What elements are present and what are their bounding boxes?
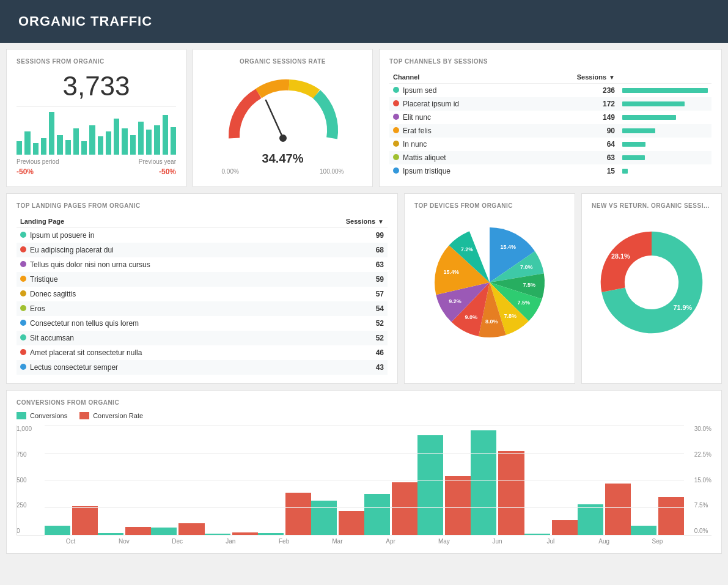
session-bar [114, 119, 119, 155]
x-month-label: Dec [151, 538, 204, 545]
channel-inline-bar [622, 88, 708, 93]
y-right-label: 15.0% [694, 477, 711, 484]
x-month-label: May [417, 538, 471, 545]
conv-bar-conversions [471, 430, 496, 535]
conv-bar-conversions [524, 534, 550, 535]
landing-page-name: Eu adipiscing placerat dui [17, 243, 295, 257]
svg-text:7.5%: 7.5% [517, 300, 530, 306]
header: ORGANIC TRAFFIC [0, 0, 728, 43]
landing-sessions: 68 [295, 243, 388, 257]
channel-inline-bar [622, 155, 645, 160]
return-donut-chart: 71.9%28.1% [592, 215, 711, 350]
landing-page-name: Sit accumsan [17, 331, 295, 345]
x-month-label: Nov [97, 538, 150, 545]
conv-legend-item: Conversions [17, 412, 67, 419]
x-month-label: Jul [524, 538, 577, 545]
channels-table: Channel Sessions ▼ Ipsum sed 236 [389, 71, 711, 178]
sort-icon: ▼ [609, 74, 615, 81]
bar-col-header [619, 71, 711, 84]
session-bar [163, 115, 168, 155]
landing-dot [20, 349, 26, 355]
channel-sessions: 236 [531, 84, 619, 98]
x-month-label: Jan [204, 538, 257, 545]
conv-month-group [151, 523, 204, 535]
svg-text:8.0%: 8.0% [485, 318, 498, 325]
channel-dot [393, 141, 399, 147]
conv-bar-conversions [258, 533, 284, 535]
landing-page-name: Eros [17, 301, 295, 316]
channel-dot [393, 167, 399, 174]
conv-month-group [524, 520, 578, 535]
svg-text:15.4%: 15.4% [500, 244, 516, 250]
conversions-card-title: CONVERSIONS FROM ORGANIC [17, 399, 711, 406]
conv-bar-rate [125, 527, 151, 535]
sessions-value: 3,733 [17, 71, 176, 101]
landing-page-name: Tellus quis dolor nisi non urna cursus [17, 257, 295, 272]
landing-row: Amet placerat sit consectetur nulla 46 [17, 345, 388, 360]
y-right-label: 7.5% [694, 502, 711, 509]
channel-inline-bar [622, 101, 685, 106]
landing-row: Tellus quis dolor nisi non urna cursus 6… [17, 257, 388, 272]
channel-name: Placerat ipsum id [389, 97, 531, 111]
conv-legend-label: Conversions [30, 412, 67, 419]
session-bar [138, 122, 144, 155]
conv-legend-box-green [17, 412, 26, 419]
conv-bar-rate [339, 511, 364, 535]
y-right-label: 30.0% [694, 425, 711, 432]
session-bar [81, 141, 87, 155]
channel-inline-bar [622, 142, 645, 147]
devices-card: TOP DEVICES FROM ORGANIC 15.4%7.0%7.5%7.… [404, 193, 575, 384]
conv-bar-rate [445, 476, 471, 535]
change-right: -50% [159, 167, 176, 176]
landing-sessions: 59 [295, 272, 388, 287]
channel-name: In nunc [389, 138, 531, 151]
gauge-labels: 0.00% 100.00% [222, 168, 344, 175]
channel-bar-cell [619, 138, 711, 151]
conv-month-group [45, 506, 98, 535]
sessions-col-header[interactable]: Sessions ▼ [531, 71, 619, 84]
svg-text:15.4%: 15.4% [443, 269, 459, 275]
channel-sessions: 63 [531, 151, 619, 164]
landing-sessions-col-header[interactable]: Sessions ▼ [295, 215, 388, 228]
grid-line [45, 453, 684, 454]
channel-dot [393, 127, 399, 133]
sessions-card-title: SESSIONS FROM ORGANIC [17, 58, 176, 65]
conv-bars-container [17, 425, 711, 535]
channel-sessions: 172 [531, 97, 619, 111]
channels-card-title: TOP CHANNELS BY SESSIONS [389, 58, 711, 65]
channel-bar-cell [619, 124, 711, 138]
channel-name: Ipsum sed [389, 84, 531, 98]
channel-sessions: 90 [531, 124, 619, 138]
y-axis-right: 0.0%7.5%15.0%22.5%30.0% [694, 425, 711, 535]
change-left: -50% [17, 167, 34, 176]
landing-sessions: 46 [295, 345, 388, 360]
landing-row: Consectetur non tellus quis lorem 52 [17, 316, 388, 331]
conv-month-group [578, 484, 631, 535]
svg-text:71.9%: 71.9% [673, 304, 692, 311]
landing-row: Eros 54 [17, 301, 388, 316]
landing-row: Ipsum ut posuere in 99 [17, 228, 388, 243]
conversions-chart-area: 02505007501,000 0.0%7.5%15.0%22.5%30.0% … [17, 425, 711, 545]
y-right-label: 0.0% [694, 528, 711, 534]
session-bar [154, 125, 160, 155]
landing-card-title: TOP LANDING PAGES FROM ORGANIC [17, 202, 388, 209]
conv-bar-rate [72, 506, 98, 535]
session-bar [171, 127, 176, 155]
x-month-label: Jun [471, 538, 524, 545]
landing-page-name: Ipsum ut posuere in [17, 228, 295, 243]
session-bar [130, 135, 136, 155]
landing-page-name: Amet placerat sit consectetur nulla [17, 345, 295, 360]
channel-row: Mattis aliquet 63 [389, 151, 711, 164]
channel-sessions: 15 [531, 164, 619, 178]
landing-dot [20, 290, 26, 296]
conv-bar-rate [605, 484, 631, 535]
svg-text:28.1%: 28.1% [611, 252, 630, 260]
channel-bar-cell [619, 111, 711, 124]
landing-dot [20, 364, 26, 370]
landing-sessions: 52 [295, 331, 388, 345]
conv-month-group [417, 435, 471, 535]
period-right-label: Previous year [139, 158, 176, 165]
svg-point-1 [279, 134, 287, 142]
conv-bar-conversions [364, 494, 390, 535]
landing-dot [20, 232, 26, 238]
